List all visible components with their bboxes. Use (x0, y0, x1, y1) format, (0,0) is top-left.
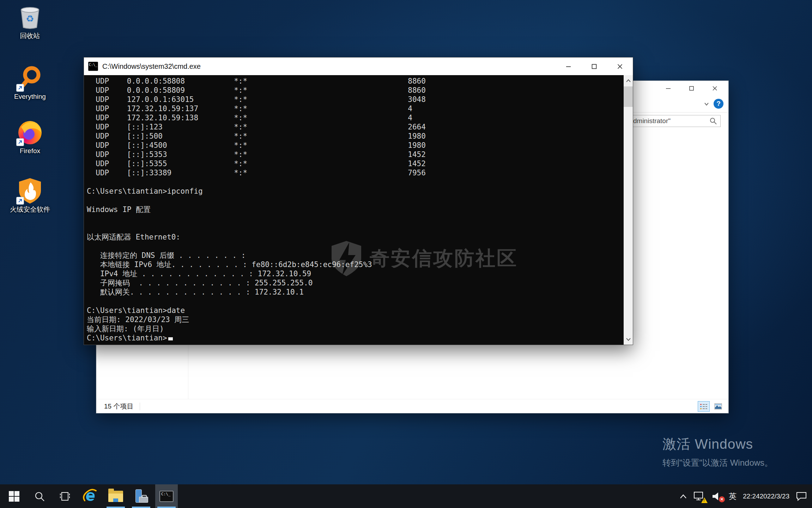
file-explorer-icon (108, 491, 123, 502)
scroll-up-arrow-icon[interactable] (624, 75, 633, 86)
cmd-window-title: C:\Windows\system32\cmd.exe (102, 62, 201, 71)
shortcut-arrow-icon (16, 197, 24, 205)
huorong-shield-icon (17, 178, 43, 204)
taskbar-cmd-button[interactable]: C:\_ (155, 484, 178, 508)
desktop-icon-recycle-bin[interactable]: ♻ 回收站 (9, 4, 51, 40)
taskbar: C:\_ ✕ 英 22 (0, 484, 812, 508)
cmd-titlebar[interactable]: C:\_ C:\Windows\system32\cmd.exe (84, 58, 633, 75)
clock-date: 2022/3/23 (759, 492, 789, 501)
console-prompt-line: C:\Users\tiantian> (84, 333, 633, 343)
task-view-button[interactable] (54, 484, 76, 508)
windows-logo-icon (9, 491, 19, 502)
recycle-bin-icon: ♻ (17, 4, 43, 30)
tray-show-hidden-icons-button[interactable] (679, 494, 687, 499)
network-warning-badge (701, 497, 708, 503)
taskbar-admin-tools-button[interactable] (130, 484, 152, 508)
explorer-minimize-button[interactable] (656, 81, 680, 96)
task-view-icon (59, 491, 71, 501)
desktop-icon-huorong[interactable]: 火绒安全软件 (9, 178, 51, 214)
volume-muted-icon[interactable]: ✕ (712, 491, 722, 501)
network-status-icon[interactable] (693, 491, 705, 502)
cmd-close-button[interactable] (607, 58, 633, 75)
help-button[interactable]: ? (714, 99, 723, 109)
search-icon[interactable] (709, 117, 717, 125)
cmd-minimize-button[interactable] (556, 58, 581, 75)
text-cursor (168, 337, 173, 340)
mute-badge: ✕ (719, 496, 725, 502)
desktop: ♻ 回收站 Everything (0, 0, 812, 508)
console-output: UDP 0.0.0.0:58808 *:* 8860 UDP 0.0.0.0:5… (84, 75, 633, 333)
taskbar-clock[interactable]: 22:24 2022/3/23 (743, 492, 789, 501)
cmd-window: C:\_ C:\Windows\system32\cmd.exe (84, 57, 633, 345)
ribbon-collapse-chevron-icon[interactable] (703, 101, 710, 108)
search-input[interactable] (624, 115, 721, 127)
desktop-icon-label: Everything (14, 92, 46, 101)
details-view-button[interactable] (698, 401, 710, 412)
internet-explorer-icon (83, 489, 98, 504)
scroll-down-arrow-icon[interactable] (624, 334, 633, 345)
system-tray: ✕ 英 22:24 2022/3/23 (679, 484, 812, 508)
everything-icon (17, 65, 43, 91)
cmd-scrollbar[interactable] (624, 75, 633, 345)
shortcut-arrow-icon (16, 84, 24, 92)
item-count-label: 15 个项目 (104, 402, 133, 411)
cmd-maximize-button[interactable] (581, 58, 607, 75)
desktop-icon-label: Firefox (20, 147, 40, 155)
cmd-console: 奇安信攻防社区 UDP 0.0.0.0:58808 *:* 8860 UDP 0… (84, 75, 633, 345)
svg-text:♻: ♻ (26, 13, 34, 24)
explorer-statusbar: 15 个项目 (96, 399, 728, 413)
explorer-close-button[interactable] (703, 81, 726, 96)
statusbar-divider (140, 403, 140, 410)
thumbnail-view-button[interactable] (712, 401, 724, 412)
command-prompt-icon: C:\_ (159, 491, 174, 502)
ime-indicator[interactable]: 英 (729, 491, 737, 502)
computer-toolbox-icon (134, 489, 148, 503)
clock-time: 22:24 (743, 492, 760, 501)
taskbar-search-button[interactable] (28, 484, 51, 508)
explorer-maximize-button[interactable] (680, 81, 703, 96)
firefox-icon (17, 119, 43, 145)
action-center-button[interactable] (796, 491, 807, 502)
taskbar-file-explorer-button[interactable] (104, 484, 127, 508)
shortcut-arrow-icon (16, 138, 24, 146)
search-icon (34, 491, 45, 502)
taskbar-ie-button[interactable] (79, 484, 102, 508)
desktop-icon-label: 火绒安全软件 (9, 205, 51, 214)
activation-subtitle: 转到"设置"以激活 Windows。 (662, 457, 773, 468)
start-button[interactable] (3, 484, 25, 508)
scrollbar-thumb[interactable] (624, 86, 633, 107)
desktop-icon-everything[interactable]: Everything (9, 65, 51, 101)
cmd-app-icon: C:\_ (88, 62, 98, 71)
activation-watermark: 激活 Windows 转到"设置"以激活 Windows。 (662, 435, 773, 468)
activation-title: 激活 Windows (662, 435, 773, 454)
desktop-icon-label: 回收站 (20, 32, 40, 40)
desktop-icon-firefox[interactable]: Firefox (9, 119, 51, 155)
